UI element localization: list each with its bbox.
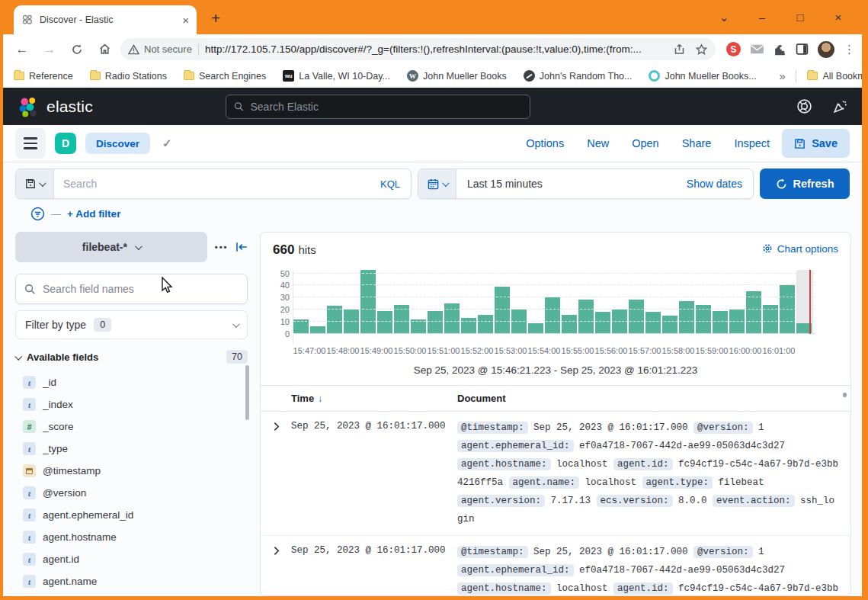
menu-hamburger-icon[interactable] bbox=[15, 128, 46, 159]
address-bar[interactable]: Not secure http://172.105.7.150/app/disc… bbox=[120, 38, 716, 60]
histogram-bar[interactable] bbox=[377, 311, 392, 334]
saved-query-menu-button[interactable] bbox=[16, 169, 54, 198]
table-scrollbar[interactable] bbox=[843, 393, 847, 397]
collapse-sidebar-icon[interactable] bbox=[235, 242, 248, 252]
home-button[interactable] bbox=[93, 38, 116, 61]
expand-row-button[interactable] bbox=[261, 543, 291, 596]
sidepanel-icon[interactable] bbox=[796, 43, 809, 56]
show-dates-button[interactable]: Show dates bbox=[676, 178, 753, 190]
appbar-link-open[interactable]: Open bbox=[632, 137, 658, 149]
breadcrumb-discover[interactable]: Discover bbox=[85, 133, 150, 154]
puzzle-icon[interactable] bbox=[774, 43, 786, 56]
new-tab-button[interactable]: + bbox=[206, 9, 226, 29]
time-column-header[interactable]: Time bbox=[291, 393, 314, 404]
row-document[interactable]: @timestamp: Sep 25, 2023 @ 16:01:17.000 … bbox=[457, 419, 850, 528]
appbar-link-new[interactable]: New bbox=[587, 137, 609, 149]
bookmark-item[interactable]: Reference bbox=[14, 71, 73, 82]
bookmark-item[interactable]: Radio Stations bbox=[90, 71, 167, 82]
minimize-button[interactable]: – bbox=[754, 11, 770, 24]
back-button[interactable]: ← bbox=[11, 38, 34, 61]
histogram-bar[interactable] bbox=[645, 312, 661, 334]
breadcrumb-chevron-icon[interactable]: ✓ bbox=[162, 136, 172, 150]
histogram-bar[interactable] bbox=[528, 323, 543, 334]
index-pattern-selector[interactable]: filebeat-* bbox=[15, 232, 207, 262]
sidebar-scrollbar[interactable] bbox=[245, 365, 249, 420]
browser-tab[interactable]: Discover - Elastic × bbox=[14, 5, 197, 34]
histogram-bars[interactable] bbox=[293, 270, 813, 334]
bookmark-item[interactable]: Search Engines bbox=[184, 71, 266, 82]
chart-options-button[interactable]: Chart options bbox=[762, 243, 838, 255]
profile-avatar[interactable] bbox=[818, 41, 834, 58]
histogram-bar[interactable] bbox=[478, 315, 493, 334]
histogram-bar[interactable] bbox=[578, 300, 594, 334]
date-picker-menu-button[interactable] bbox=[418, 169, 456, 198]
elastic-global-search[interactable] bbox=[226, 95, 530, 119]
bookmark-item[interactable]: John Mueller Books... bbox=[649, 70, 756, 82]
field-list-item[interactable]: tagent.id bbox=[15, 548, 248, 570]
histogram-bar[interactable] bbox=[327, 306, 342, 334]
maximize-button[interactable]: □ bbox=[792, 11, 809, 24]
field-list-item[interactable]: @timestamp bbox=[15, 460, 248, 482]
query-language-badge[interactable]: KQL bbox=[370, 178, 411, 190]
close-button[interactable]: × bbox=[830, 11, 847, 24]
tab-search-chevron-icon[interactable]: ⌄ bbox=[716, 11, 732, 24]
bookmark-item[interactable]: wuLa Valle, WI 10-Day... bbox=[283, 70, 390, 82]
field-list-item[interactable]: tagent.ephemeral_id bbox=[15, 504, 248, 526]
security-chip[interactable]: Not secure bbox=[128, 43, 192, 55]
field-list-item[interactable]: t_id bbox=[15, 371, 248, 393]
tab-close-icon[interactable]: × bbox=[182, 14, 189, 27]
field-list-item[interactable]: t_type bbox=[15, 438, 248, 460]
filter-menu-icon[interactable] bbox=[30, 207, 45, 221]
row-document[interactable]: @timestamp: Sep 25, 2023 @ 16:01:17.000 … bbox=[457, 543, 850, 596]
mail-icon[interactable] bbox=[750, 43, 764, 55]
filter-by-type-dropdown[interactable]: Filter by type 0 bbox=[15, 310, 248, 339]
histogram-bar[interactable] bbox=[679, 301, 694, 334]
histogram-bar[interactable] bbox=[595, 312, 610, 334]
field-list-item[interactable]: t_index bbox=[15, 393, 248, 416]
bookmark-item[interactable]: WJohn Mueller Books bbox=[407, 70, 507, 82]
bookmarks-overflow-chevron[interactable]: » bbox=[780, 70, 786, 82]
refresh-button[interactable]: Refresh bbox=[760, 168, 850, 199]
field-list-item[interactable]: t@version bbox=[15, 482, 248, 504]
url-text[interactable]: http://172.105.7.150/app/discover#/?_g=(… bbox=[205, 43, 667, 55]
discover-space-badge[interactable]: D bbox=[55, 133, 76, 154]
histogram-bar[interactable] bbox=[662, 316, 677, 334]
field-list-item[interactable]: tagent.hostname bbox=[15, 526, 248, 548]
all-bookmarks-button[interactable]: All Bookmarks bbox=[807, 71, 862, 82]
expand-row-button[interactable] bbox=[261, 419, 291, 528]
histogram-bar[interactable] bbox=[360, 270, 376, 334]
field-search-box[interactable] bbox=[15, 274, 248, 304]
elastic-brand[interactable]: elastic bbox=[17, 95, 93, 118]
query-search-input[interactable] bbox=[54, 178, 370, 190]
histogram-bar[interactable] bbox=[495, 287, 510, 334]
index-options-icon[interactable]: ••• bbox=[215, 242, 229, 252]
sort-descending-icon[interactable]: ↓ bbox=[318, 393, 322, 404]
bookmark-item[interactable]: John's Random Tho... bbox=[524, 70, 633, 82]
help-icon[interactable] bbox=[796, 98, 812, 114]
appbar-link-inspect[interactable]: Inspect bbox=[734, 137, 770, 149]
appbar-link-share[interactable]: Share bbox=[682, 137, 712, 149]
histogram-bar[interactable] bbox=[545, 297, 560, 334]
histogram-bar[interactable] bbox=[629, 300, 644, 334]
histogram-bar[interactable] bbox=[746, 291, 761, 334]
grammarly-icon[interactable]: S bbox=[726, 42, 741, 56]
histogram-bar[interactable] bbox=[562, 315, 577, 334]
add-filter-button[interactable]: + Add filter bbox=[67, 208, 120, 220]
share-icon[interactable] bbox=[673, 43, 686, 56]
available-fields-header[interactable]: Available fields 70 bbox=[15, 350, 248, 364]
histogram-bar[interactable] bbox=[444, 303, 460, 334]
histogram-bar[interactable] bbox=[713, 311, 728, 334]
field-list-item[interactable]: #_score bbox=[15, 416, 248, 438]
elastic-search-input[interactable] bbox=[251, 101, 523, 113]
newsfeed-icon[interactable] bbox=[832, 98, 848, 114]
reload-button[interactable] bbox=[66, 38, 88, 61]
kebab-menu-icon[interactable]: ⋮ bbox=[844, 43, 851, 56]
bookmark-star-icon[interactable] bbox=[695, 43, 708, 56]
field-search-input[interactable] bbox=[43, 283, 239, 295]
histogram-bar[interactable] bbox=[428, 311, 443, 334]
appbar-link-options[interactable]: Options bbox=[526, 137, 564, 149]
save-button[interactable]: Save bbox=[782, 129, 850, 158]
time-range-value[interactable]: Last 15 minutes bbox=[456, 178, 676, 190]
forward-button[interactable]: → bbox=[38, 38, 61, 61]
field-list-item[interactable]: tagent.name bbox=[15, 570, 248, 592]
